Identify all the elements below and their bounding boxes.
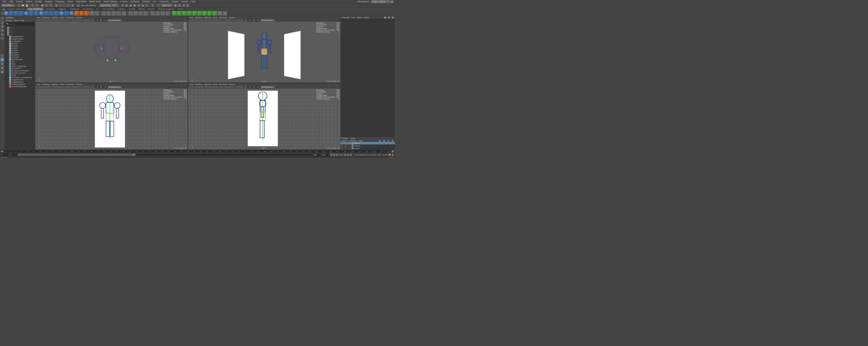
extrude-icon[interactable] [128, 11, 133, 16]
playback-start-field[interactable] [9, 153, 17, 156]
toggle-panel-icon[interactable]: ║ [151, 3, 154, 7]
vp-film-gate-icon[interactable] [55, 19, 57, 22]
outliner-item[interactable]: imagePlane2 [5, 38, 34, 40]
layers-help-menu[interactable]: Help [359, 140, 363, 142]
layout-four-icon[interactable]: ⊞ [0, 58, 4, 61]
vp-gate-mask-icon[interactable] [60, 19, 62, 22]
vp-canvas-top[interactable]: Backfaces:N/ASmoothness:N/AInstance:N/AD… [35, 22, 188, 83]
layout-single-icon[interactable]: ▢ [0, 54, 4, 57]
poly-spherical-icon[interactable] [80, 11, 84, 16]
menu-help[interactable]: Help [189, 0, 197, 3]
new-scene-icon[interactable]: ▢ [17, 3, 21, 7]
outliner-item[interactable]: persp [5, 26, 34, 29]
outliner-item[interactable]: imagePlane4 [5, 81, 34, 83]
vp-use-lights-icon[interactable] [76, 19, 79, 22]
script-lang-dropdown[interactable]: MEL [1, 157, 7, 158]
outliner-item[interactable]: group4 [5, 49, 34, 51]
poly-helix-icon[interactable] [59, 11, 64, 16]
sculpt-icon[interactable]: ✕ [218, 11, 222, 16]
outliner-help-menu[interactable]: Help [20, 20, 24, 22]
step-forward-icon[interactable]: ▶ [344, 153, 346, 156]
poly-plane-icon[interactable] [29, 11, 34, 16]
tab-sculpting[interactable]: Sculpting [44, 7, 56, 10]
vp-canvas-side[interactable]: Backfaces:N/ASmoothness:N/AInstance:N/AD… [188, 89, 340, 150]
vp-colorspace-dropdown[interactable]: sRGB gamma [107, 19, 122, 22]
tab-polymodeling[interactable]: Poly Modeling [27, 7, 44, 10]
play-forward-icon[interactable]: ▷ [341, 153, 344, 156]
go-start-icon[interactable]: |◀ [330, 153, 333, 156]
layout-persp-icon[interactable]: ▥ [0, 66, 4, 69]
outliner-item[interactable]: front [5, 31, 34, 33]
menu-uv[interactable]: UV [152, 0, 158, 3]
outliner-item[interactable]: imagePlane1 [5, 35, 34, 38]
hypershade-icon[interactable]: ◐ [141, 3, 145, 7]
render-settings-icon[interactable]: ⚙ [137, 3, 141, 7]
menu-meshdisplay[interactable]: Mesh Display [102, 0, 119, 3]
outliner-show-menu[interactable]: Show [13, 20, 19, 22]
snap-plane-icon[interactable]: ▱ [67, 3, 70, 7]
boolean-diff-icon[interactable] [117, 11, 121, 16]
menu-cache[interactable]: Cache [170, 0, 180, 3]
layer-add-selected-icon[interactable]: ⊕ [392, 140, 394, 142]
poly-torus-icon[interactable] [24, 11, 29, 16]
offset-edge-icon[interactable] [208, 11, 212, 16]
outliner-item[interactable]: pCube4 [5, 54, 34, 56]
crease-icon[interactable] [192, 11, 197, 16]
outliner-item[interactable]: group1_pCylinder6 [5, 69, 34, 72]
vp-gamma-icon[interactable] [100, 19, 102, 22]
poke-icon[interactable] [213, 11, 217, 16]
outliner-item[interactable]: Eye [5, 60, 34, 63]
outliner-item[interactable]: group3 [5, 47, 34, 49]
outliner-item[interactable]: body [5, 74, 34, 76]
layers-menu[interactable]: Layers [341, 140, 347, 142]
poly-pyramid-icon[interactable] [44, 11, 49, 16]
vp-shadows-icon[interactable] [79, 19, 81, 22]
tab-fxcaching[interactable]: FX Caching [101, 7, 116, 10]
snap-grid-icon[interactable]: ⊞ [55, 3, 58, 7]
tab-mash[interactable]: MASH [147, 7, 156, 10]
vp-2d-pan-icon[interactable] [46, 19, 48, 22]
range-start-field[interactable] [1, 153, 8, 156]
step-back-key-icon[interactable]: ◀| [333, 153, 335, 156]
vp-gamma-field[interactable]: 1.00 [102, 19, 107, 22]
poly-prism-icon[interactable] [49, 11, 54, 16]
multicut-icon[interactable] [172, 11, 177, 16]
vp-smooth-shade-icon[interactable] [74, 19, 76, 22]
menu-modify[interactable]: Modify [34, 0, 43, 3]
layer-add-icon[interactable]: + [387, 140, 390, 142]
outliner-item[interactable]: aiAreaLight1 [5, 58, 34, 60]
move-tool-icon[interactable]: ✥ [0, 29, 4, 32]
tab-animation[interactable]: Animation [68, 7, 81, 10]
poly-soccer-icon[interactable] [69, 11, 74, 16]
tab-fx[interactable]: FX [95, 7, 101, 10]
outliner-item[interactable]: top [5, 29, 34, 31]
tab-bifrost[interactable]: Bifrost [137, 7, 147, 10]
subdivide-icon[interactable] [155, 11, 160, 16]
layout-outliner-icon[interactable]: ▤ [0, 62, 4, 65]
construction-history-icon[interactable]: ⟲ [121, 3, 124, 7]
anim-layer-dropdown[interactable]: No Anim Layer [370, 154, 381, 156]
open-scene-icon[interactable]: 📁 [21, 3, 25, 7]
snap-curve-icon[interactable]: 〰 [59, 3, 62, 7]
outliner-item[interactable]: group5 [5, 51, 34, 54]
layer-move-down-icon[interactable]: ▼ [383, 140, 385, 142]
outliner-item[interactable]: imagePlane3 [5, 79, 34, 81]
poly-platonic-icon[interactable] [39, 11, 44, 16]
vp-resolution-gate-icon[interactable] [57, 19, 60, 22]
play-back-icon[interactable]: ◁ [338, 153, 341, 156]
connect-icon[interactable] [182, 11, 187, 16]
time-sound-icon[interactable]: 🔊 [392, 150, 394, 152]
time-slider[interactable]: ◉ 13579111315171921232527293133353739414… [0, 149, 395, 153]
layer-item[interactable]: layer3 [340, 142, 395, 144]
channel-icon-3[interactable]: ▥ [392, 17, 394, 19]
menu-meshtools[interactable]: Mesh Tools [88, 0, 102, 3]
poly-sphere-icon[interactable] [4, 11, 8, 16]
vp-exposure-icon[interactable] [92, 19, 94, 22]
scale-tool-icon[interactable]: ⤢ [0, 37, 4, 40]
poly-superellipse-icon[interactable] [74, 11, 79, 16]
vp-show-menu[interactable]: Show [60, 17, 65, 19]
vp-safe-title-icon[interactable] [67, 19, 70, 22]
outliner-item[interactable]: group2_pCube1 [5, 72, 34, 74]
vp-renderer-menu[interactable]: Renderer [66, 17, 74, 19]
paint-select-icon[interactable]: ✎ [49, 3, 52, 7]
